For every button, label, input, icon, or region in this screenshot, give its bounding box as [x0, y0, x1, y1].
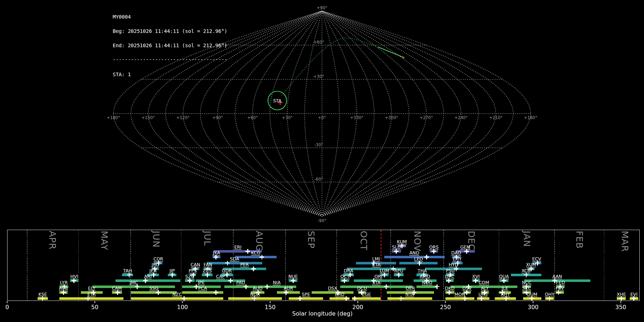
activity-gantt-plot: APRMAYJUNJULAUGSEPOCTNOVDECJANFEBMARKUME…	[7, 230, 640, 301]
peak-marker	[524, 273, 528, 277]
lon-label: +330°	[350, 115, 363, 120]
month-boundary-line	[78, 230, 79, 301]
peak-marker	[182, 296, 186, 301]
month-label: JUN	[151, 231, 161, 248]
month-boundary-line	[554, 230, 555, 301]
shower-bar	[92, 286, 175, 288]
peak-marker	[72, 278, 76, 283]
peak-marker	[187, 278, 192, 283]
grid-line	[322, 11, 340, 216]
shower-bar	[235, 256, 277, 258]
peak-marker	[61, 290, 66, 295]
peak-marker	[86, 296, 90, 301]
peak-marker	[382, 273, 387, 277]
month-boundary-line	[130, 230, 131, 301]
lon-label: +180°	[107, 115, 120, 120]
peak-marker	[259, 255, 264, 259]
shower-bar	[116, 279, 180, 282]
peak-marker	[291, 278, 296, 283]
shower-bar	[289, 297, 323, 300]
shower-label: AND	[409, 251, 419, 255]
peak-marker	[244, 284, 248, 289]
lat-label: +30°	[313, 74, 324, 79]
shower-label: JPE	[198, 280, 205, 285]
lat-label: +90°	[317, 5, 327, 10]
x-axis-tick	[270, 301, 270, 303]
peak-marker	[502, 278, 506, 283]
month-boundary-line	[233, 230, 234, 301]
x-axis-tick	[620, 301, 621, 303]
peak-marker	[435, 284, 439, 289]
lon-label: +150°	[141, 115, 155, 120]
lon-label: +0°	[318, 115, 326, 120]
peak-marker	[143, 278, 148, 283]
lat-label: -30°	[314, 142, 323, 147]
peak-marker	[156, 290, 161, 295]
peak-marker	[265, 284, 269, 289]
peak-marker	[396, 273, 401, 277]
shower-bar	[312, 291, 353, 294]
shower-label: NOO	[422, 280, 432, 285]
peak-marker	[619, 296, 624, 301]
peak-marker	[40, 296, 45, 301]
month-boundary-line	[443, 230, 444, 301]
lon-label: +300°	[385, 115, 398, 120]
shower-bar	[224, 286, 257, 288]
shower-label: SPE	[302, 292, 310, 297]
lon-label: +90°	[212, 115, 223, 120]
shower-label: PER	[240, 263, 249, 267]
peak-marker	[547, 296, 552, 301]
lat-label: +60°	[313, 40, 324, 45]
peak-marker	[394, 249, 399, 254]
x-axis-tick-label: 0	[5, 304, 9, 311]
peak-marker	[194, 284, 199, 289]
peak-marker	[631, 296, 636, 301]
peak-marker	[399, 296, 404, 301]
peak-marker	[464, 290, 469, 295]
month-label: SEP	[306, 231, 316, 249]
x-axis-tick-label: 250	[440, 304, 451, 311]
peak-marker	[284, 290, 288, 295]
shower-bar	[131, 297, 223, 300]
peak-marker	[431, 249, 436, 254]
peak-marker	[530, 296, 534, 301]
peak-marker	[127, 273, 132, 277]
x-axis-tick-label: 150	[265, 304, 276, 311]
peak-marker	[170, 273, 175, 277]
peak-marker	[245, 249, 250, 254]
peak-marker	[463, 296, 467, 301]
x-axis-tick	[357, 301, 358, 303]
lat-label: -60°	[314, 177, 323, 182]
month-label: APR	[47, 231, 58, 250]
peak-marker	[205, 273, 210, 277]
x-axis-tick	[7, 301, 8, 303]
lon-label: +270°	[420, 115, 433, 120]
peak-marker	[251, 267, 256, 271]
peak-marker	[344, 296, 348, 301]
peak-marker	[298, 296, 302, 301]
peak-marker	[504, 296, 508, 301]
shower-bar	[131, 291, 177, 294]
x-axis-tick	[182, 301, 183, 303]
shower-label: KCG	[251, 251, 260, 255]
peak-marker	[352, 296, 357, 301]
lon-label: +240°	[454, 115, 468, 120]
peak-marker	[151, 273, 156, 277]
month-boundary-line	[390, 230, 391, 301]
x-axis-tick-label: 100	[177, 304, 188, 311]
x-axis-tick	[445, 301, 446, 303]
peak-marker	[115, 290, 120, 295]
figure-canvas: MY0004 Beg: 20251026 11:44:11 (sol = 212…	[0, 0, 644, 322]
shower-bar	[59, 297, 123, 300]
peak-marker	[214, 255, 218, 259]
peak-marker	[464, 249, 469, 254]
peak-marker	[342, 278, 347, 283]
shower-label: PCA	[198, 286, 207, 291]
lon-label: +120°	[176, 115, 190, 120]
sky-map: +180°+150°+120°+90°+60°+30°+0°+330°+300°…	[0, 0, 644, 236]
peak-marker	[135, 284, 140, 289]
peak-marker	[447, 290, 452, 295]
month-boundary-line	[499, 230, 499, 301]
peak-marker	[473, 278, 478, 283]
month-label: JUL	[202, 231, 213, 246]
